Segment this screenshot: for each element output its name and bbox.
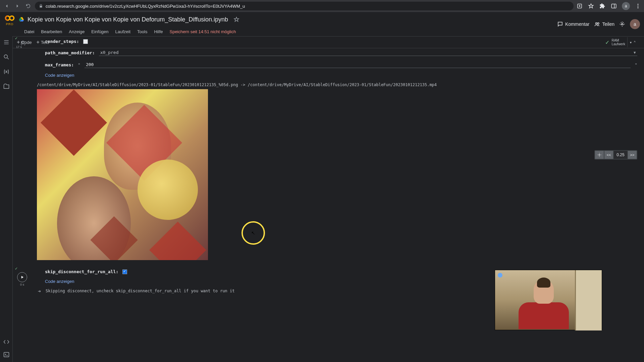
colab-header: PRO Kopie von Kopie von Kopie von Kopie … <box>0 12 644 36</box>
path-name-modifier-select[interactable]: x0_pred ▾ <box>99 49 637 56</box>
menu-insert[interactable]: Einfügen <box>91 29 108 34</box>
menu-file[interactable]: Datei <box>24 29 34 34</box>
variables-icon[interactable] <box>3 68 10 75</box>
drive-icon <box>19 17 24 22</box>
document-title[interactable]: Kopie von Kopie von Kopie von Kopie von … <box>28 16 228 23</box>
svg-point-4 <box>638 7 639 8</box>
svg-rect-1 <box>611 4 616 8</box>
url-text: colab.research.google.com/drive/1v2czLyX… <box>46 4 245 9</box>
side-panel-icon[interactable] <box>610 3 617 9</box>
menu-view[interactable]: Anzeige <box>69 29 85 34</box>
svg-point-10 <box>4 55 7 58</box>
forward-button[interactable] <box>13 2 21 10</box>
address-bar[interactable]: colab.research.google.com/drive/1v2czLyX… <box>35 2 574 10</box>
webcam-overlay <box>495 270 602 330</box>
render-steps-checkbox[interactable] <box>83 39 88 44</box>
star-icon[interactable] <box>233 16 239 22</box>
install-app-icon[interactable] <box>576 3 583 9</box>
svg-point-3 <box>638 6 639 7</box>
terminal-icon[interactable] <box>3 351 10 358</box>
back-button[interactable] <box>3 2 11 10</box>
param-path-name-modifier: path_name_modifier: x0_pred ▾ <box>32 47 644 59</box>
cell2-output-text: Skipping disconnect, uncheck skip_discon… <box>46 287 241 295</box>
profile-avatar[interactable]: a <box>622 2 630 10</box>
lock-icon <box>39 4 43 8</box>
svg-point-7 <box>596 23 597 24</box>
max-frames-input[interactable] <box>85 61 631 68</box>
search-icon[interactable] <box>3 54 10 60</box>
output-image <box>37 89 208 260</box>
execution-time: 17 s <box>16 45 30 49</box>
output-arrow-icon <box>37 289 42 294</box>
gear-icon[interactable] <box>619 21 625 27</box>
code-cell-1: ✓ [9] 17 s render_steps: path_name_modif… <box>13 36 644 260</box>
comment-button[interactable]: Kommentar <box>557 21 589 27</box>
extensions-icon[interactable] <box>599 3 606 9</box>
video-settings-icon[interactable] <box>595 151 604 159</box>
svg-point-9 <box>622 23 623 25</box>
show-code-link[interactable]: Code anzeigen <box>32 71 644 81</box>
speed-prev-button[interactable]: << <box>604 151 613 159</box>
svg-rect-11 <box>4 352 9 357</box>
menu-tools[interactable]: Tools <box>137 29 147 34</box>
svg-point-12 <box>599 154 600 156</box>
menu-bar: Datei Bearbeiten Anzeige Einfügen Laufze… <box>0 27 644 36</box>
share-button[interactable]: Teilen <box>594 21 614 27</box>
svg-point-8 <box>598 23 599 24</box>
comment-icon <box>557 21 563 27</box>
chrome-menu-icon[interactable] <box>635 3 641 9</box>
svg-point-2 <box>638 4 639 5</box>
reload-button[interactable] <box>24 2 32 10</box>
execution-count: [9] <box>21 41 30 45</box>
menu-edit[interactable]: Bearbeiten <box>41 29 62 34</box>
left-sidebar <box>0 36 13 362</box>
user-avatar[interactable]: a <box>630 19 640 29</box>
menu-help[interactable]: Hilfe <box>154 29 163 34</box>
code-snippets-icon[interactable] <box>3 339 10 345</box>
toc-icon[interactable] <box>3 39 10 46</box>
save-warning: Speichern seit 14:51 nicht möglich <box>169 29 236 34</box>
bookmark-star-icon[interactable] <box>588 3 594 9</box>
colab-logo[interactable]: PRO <box>4 13 15 26</box>
param-render-steps: render_steps: <box>32 36 644 47</box>
share-icon <box>594 21 600 27</box>
run-cell-button[interactable] <box>17 272 27 282</box>
execution-time-2: 0 s <box>15 283 30 286</box>
svg-point-6 <box>10 16 14 20</box>
cell1-output-text: /content/drive/MyDrive/AI/StableDiffusio… <box>32 81 644 89</box>
menu-runtime[interactable]: Laufzeit <box>115 29 131 34</box>
chevron-down-icon: ▾ <box>634 50 636 55</box>
browser-toolbar: colab.research.google.com/drive/1v2czLyX… <box>0 0 644 12</box>
video-speed-control: << 0.25 >> <box>594 150 637 160</box>
files-icon[interactable] <box>3 83 10 90</box>
playback-speed: 0.25 <box>614 151 627 159</box>
skip-disconnect-checkbox[interactable] <box>122 269 127 274</box>
param-max-frames: max_frames: " " <box>32 59 644 71</box>
speed-next-button[interactable]: >> <box>628 151 637 159</box>
